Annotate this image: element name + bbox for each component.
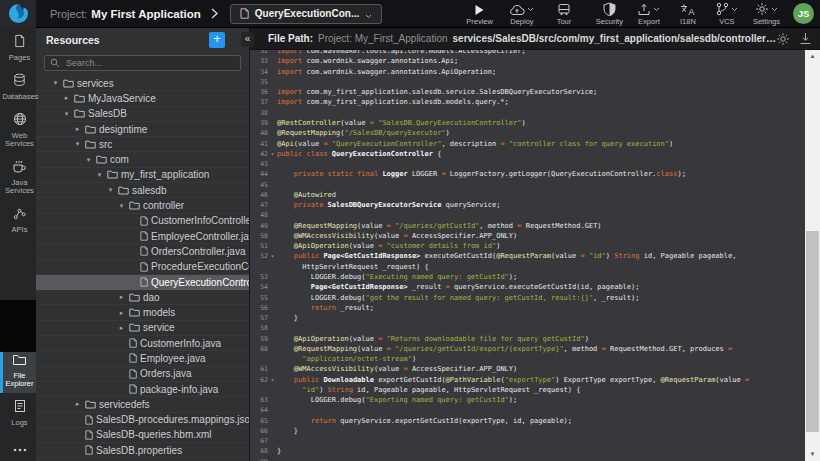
tree-item[interactable]: ▾src — [36, 137, 249, 152]
tree-item[interactable]: ▾salesdb — [36, 183, 249, 198]
tree-item[interactable]: ▾services — [36, 76, 249, 91]
tree-item[interactable]: ▸designtime — [36, 122, 249, 137]
code-fold-arrow-icon[interactable]: ▾ — [268, 253, 277, 259]
sidebar-item-java-services[interactable]: Java Services — [0, 153, 36, 200]
code-editor[interactable]: 32import com.wavemaker.tools.api.core.mo… — [251, 50, 805, 461]
code-line: 55 LOGGER.debug("got the result for name… — [251, 292, 805, 302]
sidebar-item-more[interactable] — [0, 432, 36, 461]
tree-item[interactable]: ProcedureExecutionController.java — [36, 260, 249, 275]
line-number: 49 — [251, 222, 268, 230]
tree-item[interactable]: EmployeeController.java — [36, 229, 249, 244]
sidebar-item-file-explorer[interactable]: File Explorer — [0, 346, 36, 393]
tree-item[interactable]: CustomerInfoController.java — [36, 214, 249, 229]
code-line: 42▾public class QueryExecutionController… — [251, 149, 805, 159]
code-line: 47 private SalesDBQueryExecutorService q… — [251, 200, 805, 210]
tree-item[interactable]: ▸servicedefs — [36, 397, 249, 412]
tree-item[interactable]: CustomerInfo.java — [36, 336, 249, 351]
tree-item[interactable]: ▾controller — [36, 198, 249, 213]
shield-icon — [603, 2, 616, 16]
line-number: 62 — [251, 376, 268, 384]
tree-folder-icon — [74, 109, 85, 118]
tree-item[interactable]: QueryExecutionController.java — [36, 275, 249, 290]
tree-item[interactable]: OrdersController.java — [36, 244, 249, 259]
line-number: 33 — [251, 57, 268, 65]
user-avatar[interactable]: JS — [793, 3, 814, 24]
header-action-export[interactable]: Export — [636, 2, 662, 26]
tree-item[interactable]: package-info.java — [36, 382, 249, 397]
tree-item[interactable]: Orders.java — [36, 367, 249, 382]
folder-open-arrow-icon[interactable]: ▾ — [106, 186, 115, 194]
folder-closed-arrow-icon[interactable]: ▸ — [117, 324, 126, 332]
tree-item[interactable]: SalesDB.properties — [36, 443, 249, 458]
scrollbar-thumb[interactable] — [806, 231, 819, 432]
header-action-i18n[interactable]: AI18N — [675, 2, 701, 26]
header-action-settings[interactable]: Settings — [753, 2, 780, 26]
collapse-panel-button[interactable]: « — [241, 32, 254, 47]
folder-closed-arrow-icon[interactable]: ▸ — [73, 125, 82, 133]
tree-item[interactable]: ▾com — [36, 152, 249, 167]
editor-settings-gear-icon[interactable] — [776, 32, 790, 46]
tree-item[interactable]: ▾my_first_application — [36, 168, 249, 183]
pages-icon — [13, 34, 26, 52]
tree-file-icon — [85, 445, 93, 455]
header-action-security[interactable]: Security — [596, 2, 623, 26]
header-action-label: Tour — [557, 17, 572, 26]
tree-item-label: designtime — [99, 124, 147, 135]
code-line: 64 — [251, 405, 805, 415]
folder-open-arrow-icon[interactable]: ▾ — [51, 79, 60, 87]
open-file-tab[interactable]: QueryExecutionCon... — [230, 4, 382, 24]
folder-closed-arrow-icon[interactable]: ▸ — [73, 400, 82, 408]
sidebar-item-pages[interactable]: Pages — [0, 28, 36, 67]
code-text: @ApiOperation(value = "Returns downloada… — [277, 335, 805, 343]
sidebar-item-logs[interactable]: Logs — [0, 393, 36, 432]
sidebar-item-web-services[interactable]: Web Services — [0, 106, 36, 153]
code-text: import com.my_first_application.salesdb.… — [277, 88, 805, 96]
tree-item[interactable]: ▸service — [36, 321, 249, 336]
scroll-up-arrow[interactable]: ▲ — [805, 50, 820, 63]
tree-item[interactable]: ▾SalesDB — [36, 107, 249, 122]
tree-item[interactable]: SalesDB-procedures.mappings.json — [36, 413, 249, 428]
sidebar-item-apis[interactable]: APIs — [0, 200, 36, 239]
tree-file-icon — [85, 415, 93, 425]
folder-closed-arrow-icon[interactable]: ▸ — [117, 309, 126, 317]
tree-item[interactable]: ▸models — [36, 305, 249, 320]
sidebar-item-label: File Explorer — [3, 372, 37, 388]
search-input[interactable] — [64, 57, 235, 69]
sidebar-item-databases[interactable]: Databases — [0, 67, 36, 106]
folder-closed-arrow-icon[interactable]: ▸ — [62, 94, 71, 102]
scroll-down-arrow[interactable]: ▼ — [805, 448, 820, 461]
code-text: return queryService.exportGetCustId(expo… — [277, 417, 805, 425]
download-file-icon[interactable] — [799, 32, 812, 45]
folder-open-arrow-icon[interactable]: ▾ — [84, 156, 93, 164]
line-number: 37 — [251, 98, 268, 106]
folder-open-arrow-icon[interactable]: ▾ — [62, 110, 71, 118]
header-action-tour[interactable]: Tour — [551, 2, 577, 26]
tree-item[interactable]: Employee.java — [36, 351, 249, 366]
header-action-vcs[interactable]: VCS — [714, 2, 740, 26]
folder-closed-arrow-icon[interactable]: ▸ — [117, 293, 126, 301]
folder-open-arrow-icon[interactable]: ▾ — [73, 140, 82, 148]
tree-item[interactable]: SalesDB-queries.hbm.xml — [36, 428, 249, 443]
code-text: private SalesDBQueryExecutorService quer… — [277, 201, 805, 209]
left-icon-rail: PagesDatabasesWeb ServicesJava ServicesA… — [0, 28, 36, 461]
tree-folder-icon — [85, 125, 96, 134]
line-number: 46 — [251, 191, 268, 199]
folder-open-arrow-icon[interactable]: ▾ — [95, 171, 104, 179]
tree-item[interactable]: ▸MyJavaService — [36, 91, 249, 106]
wavemaker-logo[interactable] — [0, 0, 36, 28]
code-line: 52▾ public Page<GetCustIdResponse> execu… — [251, 251, 805, 261]
code-fold-arrow-icon[interactable]: ▾ — [268, 151, 277, 157]
tree-file-icon — [140, 216, 148, 226]
folder-open-arrow-icon[interactable]: ▾ — [117, 202, 126, 210]
header-action-preview[interactable]: Preview — [466, 2, 493, 26]
tree-item[interactable]: ▸dao — [36, 290, 249, 305]
database-icon — [13, 73, 26, 91]
line-number: 48 — [251, 211, 268, 219]
editor-scrollbar[interactable]: ▲ ▼ — [805, 50, 820, 461]
code-text: HttpServletRequest _request) { — [277, 263, 805, 271]
code-fold-arrow-icon[interactable]: ▾ — [268, 377, 277, 383]
code-text: "application/octet-stream") — [277, 355, 805, 363]
header-action-deploy[interactable]: Deploy — [509, 2, 535, 26]
caret-down-icon — [731, 0, 738, 16]
add-resource-button[interactable]: + — [209, 32, 225, 48]
